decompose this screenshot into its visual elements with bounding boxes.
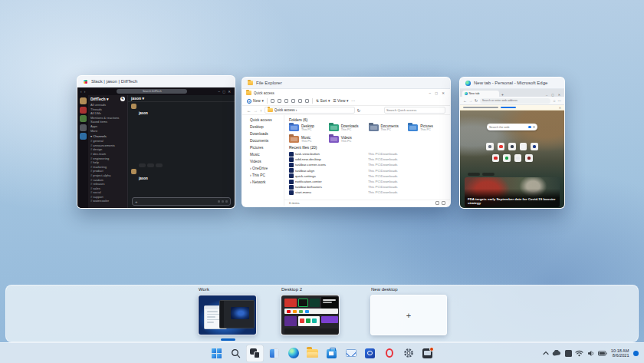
explorer-sidebar-item: Pictures	[244, 144, 282, 151]
folder-icon	[289, 124, 299, 131]
recent-file-row: taskbar-align This PC\Downloads	[289, 168, 445, 173]
file-thumbnail	[289, 152, 294, 157]
snipping-tool-button[interactable]	[419, 345, 436, 362]
explorer-window-titlebar[interactable]: File Explorer	[242, 78, 450, 89]
task-view-button[interactable]	[246, 345, 264, 362]
notification-center-badge[interactable]	[632, 350, 639, 357]
explorer-sidebar-item: Quick access	[244, 117, 282, 124]
slack-image-attachment	[139, 119, 225, 162]
slack-channel-item: # watercooler	[90, 199, 125, 203]
new-desktop-button[interactable]: +	[370, 295, 447, 335]
back-icon: ←	[247, 108, 251, 113]
folder-icon	[408, 124, 418, 131]
back-icon: ←	[463, 98, 467, 103]
share-icon	[298, 99, 302, 103]
file-explorer-app-icon	[248, 81, 253, 85]
windows11-task-view: Slack | jason | DiffTech ‹ › Search Diff…	[0, 0, 644, 363]
delete-icon	[305, 99, 309, 103]
file-thumbnail	[289, 168, 294, 173]
quick-link-tile	[514, 154, 522, 162]
item-count: 6 items	[289, 201, 300, 205]
slack-app-icon	[83, 79, 88, 84]
search-icon	[231, 348, 241, 358]
edge-taskbar-button[interactable]	[284, 345, 302, 362]
start-button[interactable]	[208, 345, 225, 362]
settings-button[interactable]	[399, 345, 417, 362]
mail-icon	[346, 349, 356, 358]
window-slack[interactable]: Slack | jason | DiffTech ‹ › Search Diff…	[77, 75, 235, 209]
rename-icon	[291, 99, 295, 103]
explorer-search-input	[386, 108, 443, 112]
onedrive-cloud-icon[interactable]	[552, 350, 561, 356]
explorer-sidebar-item: Documents	[244, 137, 282, 144]
notification-badge-dot	[429, 347, 434, 351]
up-icon: ↑	[260, 108, 262, 113]
file-explorer-taskbar-button[interactable]	[304, 345, 321, 362]
slack-workspace-avatar	[80, 115, 87, 122]
battery-icon[interactable]	[598, 351, 607, 356]
desktop-2-label: Desktop 2	[281, 287, 302, 292]
slack-history-arrows: ‹ ›	[80, 90, 86, 94]
slack-message-author: jason	[139, 111, 148, 115]
opera-icon	[386, 348, 393, 358]
mini-tile	[298, 299, 308, 307]
banner-close-icon: ✕	[559, 106, 561, 110]
wifi-icon[interactable]	[575, 350, 583, 357]
tray-app-icon[interactable]	[565, 350, 572, 357]
file-thumbnail	[289, 173, 294, 178]
edge-web-search-box	[487, 124, 537, 130]
mail-button[interactable]	[342, 345, 360, 362]
slack-input-toolbar-icons	[218, 200, 228, 203]
mini-tile	[305, 310, 309, 313]
folder-icon	[268, 108, 273, 113]
slack-message: jason	[128, 167, 235, 183]
microsoft-store-button[interactable]	[323, 345, 340, 362]
slack-message-input: +	[132, 197, 231, 206]
slack-workspace-rail	[77, 95, 88, 209]
slack-workspace-avatar	[80, 97, 87, 104]
quick-link-tile	[503, 154, 511, 162]
taskbar-clock[interactable]: 10:18 AM 8/6/2021	[611, 348, 629, 358]
view-button: ☰ View ▾	[333, 99, 348, 103]
search-icon	[533, 126, 536, 129]
recent-file-row: taskbar-corner-icons This PC\Downloads	[289, 162, 445, 167]
explorer-app-title: Quick access	[254, 91, 274, 95]
slack-user-avatar	[131, 104, 136, 109]
edge-window-titlebar[interactable]: New tab - Personal - Microsoft Edge	[460, 78, 564, 89]
explorer-sidebar: Quick accessDesktopDownloadsDocumentsPic…	[242, 115, 284, 206]
banner-link-bar	[501, 107, 516, 108]
desktop-work-thumbnail[interactable]	[198, 295, 257, 335]
folder-tile: Music This PC	[289, 134, 327, 144]
folders-section-header: Folders (6)	[289, 117, 445, 123]
slack-window-titlebar[interactable]: Slack | jason | DiffTech	[77, 76, 235, 87]
tray-chevron-up-icon[interactable]	[543, 351, 549, 355]
window-file-explorer[interactable]: File Explorer Quick access – ◻ ✕ + New ▾…	[242, 77, 451, 207]
cut-icon	[271, 99, 274, 103]
sort-button: ⇅ Sort ▾	[316, 99, 330, 103]
settings-gear-icon	[403, 348, 414, 358]
mini-window	[219, 300, 255, 328]
edge-app-icon	[465, 81, 471, 86]
widgets-button[interactable]	[265, 345, 283, 362]
volume-icon[interactable]	[587, 350, 595, 357]
folder-icon	[329, 124, 339, 131]
desktop-2-thumbnail[interactable]	[281, 295, 340, 335]
mini-text-bar	[323, 302, 332, 303]
plus-icon: +	[247, 99, 251, 104]
banner-text-bar	[463, 107, 498, 108]
new-button: + New ▾	[247, 99, 264, 104]
slack-nav-item: More	[90, 129, 125, 134]
taskbar: 10:18 AM 8/6/2021	[0, 342, 644, 363]
edge-tab-strip: New tab + – ◻ ✕	[460, 89, 564, 97]
explorer-navigation-bar: ← → ↑ Quick access › ↻	[242, 106, 450, 115]
folder-tile: Desktop This PC	[289, 123, 327, 133]
opera-button[interactable]	[380, 345, 398, 362]
explorer-search-box	[384, 107, 445, 114]
media-player-button[interactable]	[361, 345, 379, 362]
file-explorer-icon	[307, 349, 318, 358]
edge-new-tab-page: FDA targets early September date for Cov…	[460, 111, 564, 209]
window-edge[interactable]: New tab - Personal - Microsoft Edge New …	[459, 77, 565, 209]
explorer-sidebar-item: › This PC	[244, 172, 282, 179]
search-button[interactable]	[227, 345, 245, 362]
edge-address-input	[482, 99, 549, 102]
